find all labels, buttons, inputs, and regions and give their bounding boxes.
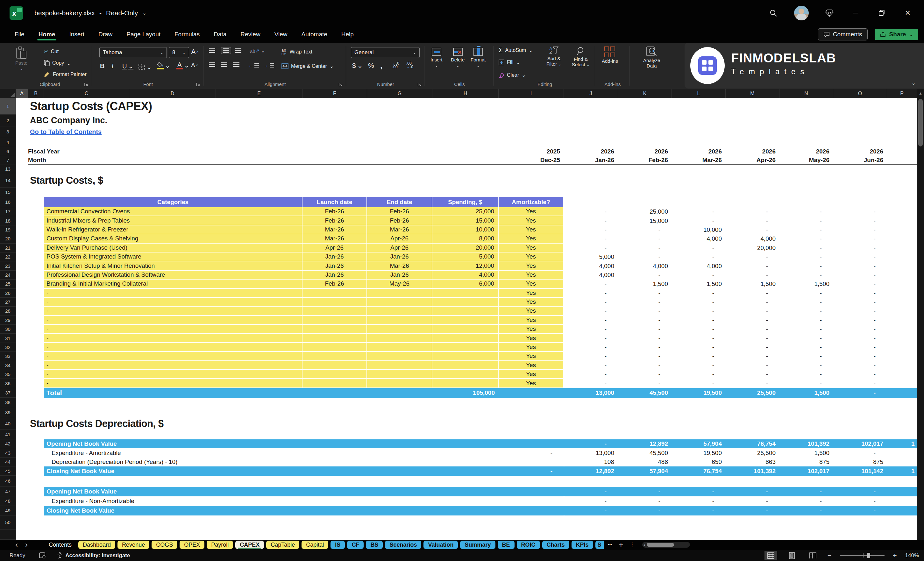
zoom-out-button[interactable]: −	[828, 552, 832, 560]
cell[interactable]: -	[726, 207, 780, 216]
cell-amortizable[interactable]: Yes	[499, 225, 564, 234]
cell-launch-date[interactable]: Apr-26	[303, 244, 367, 252]
row-header-14[interactable]: 14	[0, 173, 16, 188]
alignment-dialog-launcher-icon[interactable]	[339, 82, 343, 87]
cell[interactable]: -	[564, 361, 618, 370]
empty-cell[interactable]	[16, 440, 44, 448]
grow-font-button[interactable]: A˄	[191, 48, 198, 56]
cell[interactable]: -	[672, 307, 726, 315]
cell[interactable]: 2026	[726, 147, 780, 156]
cell-spending[interactable]: 10,000	[432, 225, 499, 234]
cell[interactable]: -	[833, 352, 887, 361]
empty-cell[interactable]	[887, 252, 917, 261]
empty-cell[interactable]	[16, 316, 44, 325]
shrink-font-button[interactable]: A˅	[191, 62, 198, 69]
row-header-31[interactable]: 31	[0, 334, 16, 343]
row-header-13[interactable]: 13	[0, 165, 16, 173]
select-all-corner[interactable]	[0, 89, 16, 98]
menu-tab-help[interactable]: Help	[336, 28, 360, 41]
dep-row-label[interactable]: Closing Net Book Value	[44, 506, 499, 516]
sheet-tab-roic[interactable]: ROIC	[517, 541, 540, 549]
sheet-tab-scenarios[interactable]: Scenarios	[385, 541, 421, 549]
row-header-29[interactable]: 29	[0, 316, 16, 325]
cell[interactable]: 20,000	[726, 244, 780, 252]
empty-cell[interactable]	[16, 173, 28, 188]
cell[interactable]: -	[780, 289, 833, 298]
cell[interactable]: -	[564, 279, 618, 288]
empty-cell[interactable]	[16, 188, 917, 197]
empty-cell[interactable]	[887, 289, 917, 298]
cell[interactable]: -	[672, 316, 726, 325]
empty-cell[interactable]	[16, 325, 44, 334]
font-size-combo[interactable]: 8⌄	[169, 47, 189, 58]
cell-amortizable[interactable]: Yes	[499, 316, 564, 325]
cell[interactable]: 19,500	[672, 448, 726, 458]
cell-end-date[interactable]	[367, 334, 432, 343]
sheet-title[interactable]: Startup Costs (CAPEX)	[28, 98, 917, 115]
row-header-3[interactable]: 3	[0, 126, 16, 137]
column-header-E[interactable]: E	[216, 89, 303, 98]
empty-cell[interactable]	[16, 298, 44, 307]
sheet-nav-right-icon[interactable]: ›	[22, 541, 30, 548]
cell[interactable]: 102,017	[780, 466, 833, 476]
horizontal-scroll-thumb[interactable]	[646, 543, 674, 547]
cell[interactable]	[499, 506, 564, 516]
row-header-23[interactable]: 23	[0, 261, 16, 270]
cell[interactable]: -	[564, 506, 618, 516]
empty-cell[interactable]	[887, 298, 917, 307]
menu-tab-data[interactable]: Data	[208, 28, 232, 41]
fiscal-label[interactable]: Month	[28, 156, 499, 165]
cell[interactable]: -	[564, 289, 618, 298]
empty-cell[interactable]	[16, 458, 44, 467]
cell-end-date[interactable]: Mar-26	[367, 261, 432, 270]
empty-cell[interactable]	[16, 244, 44, 252]
row-header-38[interactable]: 38	[0, 398, 16, 407]
cell[interactable]: -	[833, 279, 887, 288]
cell[interactable]: -	[726, 225, 780, 234]
align-bottom-button[interactable]	[235, 48, 242, 53]
cell[interactable]: -	[672, 506, 726, 516]
cell[interactable]: -	[780, 334, 833, 343]
increase-indent-button[interactable]: →	[264, 62, 274, 68]
cell-category[interactable]: -	[44, 298, 303, 307]
empty-cell[interactable]	[887, 325, 917, 334]
sheet-tab-s[interactable]: S	[596, 541, 604, 549]
cell-launch-date[interactable]	[303, 325, 367, 334]
cell[interactable]: 4,000	[672, 261, 726, 270]
row-header-33[interactable]: 33	[0, 352, 16, 361]
cell[interactable]: 45,500	[618, 388, 672, 398]
cell-amortizable[interactable]: Yes	[499, 279, 564, 288]
sheet-tab-revenue[interactable]: Revenue	[117, 541, 149, 549]
empty-cell[interactable]	[16, 225, 44, 234]
empty-cell[interactable]	[16, 156, 28, 165]
cell[interactable]: -	[780, 207, 833, 216]
row-header-28[interactable]: 28	[0, 307, 16, 315]
cell-category[interactable]: Professional Design Workstation & Softwa…	[44, 271, 303, 279]
cell[interactable]: -	[726, 334, 780, 343]
cell-category[interactable]: Industrial Mixers & Prep Tables	[44, 216, 303, 225]
cell[interactable]: -	[833, 370, 887, 379]
cell-launch-date[interactable]: Jan-26	[303, 261, 367, 270]
cell-launch-date[interactable]	[303, 352, 367, 361]
cell[interactable]: -	[726, 487, 780, 496]
cell[interactable]: -	[833, 334, 887, 343]
cell[interactable]: -	[833, 361, 887, 370]
cell-launch-date[interactable]	[303, 334, 367, 343]
cell[interactable]: -	[726, 506, 780, 516]
sheet-tab-kpis[interactable]: KPIs	[572, 541, 593, 549]
cell[interactable]: -	[780, 216, 833, 225]
cell-amortizable[interactable]: Yes	[499, 261, 564, 270]
cell-amortizable[interactable]: Yes	[499, 271, 564, 279]
row-header-18[interactable]: 18	[0, 216, 16, 225]
header-categories[interactable]: Categories	[44, 197, 303, 207]
increase-decimal-button[interactable]: ←.0.00	[392, 62, 399, 69]
empty-cell[interactable]	[16, 496, 44, 506]
empty-cell[interactable]	[16, 430, 917, 440]
cell[interactable]: -	[618, 225, 672, 234]
dep-p-cell[interactable]: 1	[887, 466, 917, 476]
cell-spending[interactable]: 15,000	[432, 216, 499, 225]
cell[interactable]: -	[780, 352, 833, 361]
cell-launch-date[interactable]	[303, 361, 367, 370]
empty-cell[interactable]	[887, 343, 917, 352]
row-header-22[interactable]: 22	[0, 252, 16, 261]
